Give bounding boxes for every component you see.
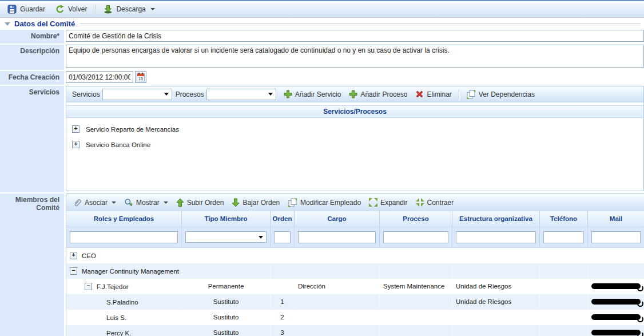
- col-estructura[interactable]: Estructura organizativa: [452, 211, 540, 227]
- servicios-label: Servicios: [0, 86, 64, 192]
- table-row[interactable]: Luis S.Sustituto2: [66, 310, 644, 325]
- cell-tipo-miembro: Sustituto: [182, 325, 271, 336]
- anadir-servicio-label: Añadir Servicio: [295, 90, 341, 98]
- cell-telefono: [540, 294, 588, 310]
- descarga-button[interactable]: Descarga: [98, 3, 160, 15]
- expand-node-icon[interactable]: +: [72, 141, 79, 148]
- filter-mail-input[interactable]: [591, 231, 641, 243]
- cell-proceso: [380, 263, 452, 279]
- collapse-node-icon[interactable]: −: [70, 267, 77, 275]
- cell-orden: [271, 248, 295, 263]
- servicios-toolbar: Servicios Procesos Añadir Servicio: [66, 86, 643, 102]
- filter-roles-input[interactable]: [70, 231, 178, 243]
- asociar-button[interactable]: Asociar: [69, 197, 120, 208]
- redacted-email: [591, 314, 641, 320]
- col-orden[interactable]: Orden: [271, 211, 295, 227]
- table-row[interactable]: Percy K.Sustituto3: [66, 325, 644, 336]
- section-divider: [79, 23, 641, 24]
- arrow-down-icon: [232, 198, 240, 207]
- mostrar-button[interactable]: Mostrar: [120, 197, 172, 208]
- chevron-down-icon: [112, 201, 116, 204]
- tree-item-label: Servicio Banca Online: [86, 141, 150, 148]
- filter-cargo-input[interactable]: [298, 231, 376, 243]
- miembros-row: Miembros del Comité Asociar Mostrar: [0, 193, 644, 336]
- bajar-orden-label: Bajar Orden: [243, 199, 280, 207]
- cell-estructura: [452, 325, 540, 336]
- anadir-servicio-button[interactable]: Añadir Servicio: [280, 89, 345, 100]
- tree-item[interactable]: +Servicio Reparto de Mercancias: [66, 121, 643, 137]
- cell-proceso: System Maintenance: [380, 279, 452, 294]
- select-arrow-icon: [259, 236, 263, 239]
- servicios-select[interactable]: [102, 89, 172, 100]
- cell-mail: [588, 294, 644, 310]
- toolbar-separator: [459, 89, 459, 99]
- subir-orden-button[interactable]: Subir Orden: [172, 197, 228, 208]
- eliminar-button[interactable]: Eliminar: [411, 89, 455, 100]
- subir-orden-label: Subir Orden: [187, 199, 224, 207]
- select-arrow-icon: [268, 93, 273, 96]
- member-name: Manager Continuity Management Sy: [82, 268, 182, 275]
- calendar-button[interactable]: 15: [135, 71, 146, 83]
- cell-orden: 1: [271, 294, 295, 310]
- cell-mail: [588, 279, 644, 294]
- col-cargo[interactable]: Cargo: [295, 211, 380, 227]
- collapse-arrow-icon[interactable]: [5, 22, 10, 26]
- miembros-panel: Asociar Mostrar Subir Orden: [66, 193, 644, 336]
- paperclip-icon: [73, 198, 82, 207]
- col-telefono[interactable]: Teléfono: [540, 211, 588, 227]
- cell-telefono: [540, 248, 588, 263]
- procesos-select[interactable]: [206, 89, 276, 100]
- filter-estructura-input[interactable]: [456, 231, 536, 243]
- chevron-down-icon: [150, 8, 155, 10]
- expandir-button[interactable]: Expandir: [365, 197, 411, 208]
- arrow-up-icon: [176, 198, 184, 207]
- cell-mail: [588, 325, 644, 336]
- bajar-orden-button[interactable]: Bajar Orden: [228, 197, 284, 208]
- filter-orden-input[interactable]: [274, 231, 291, 243]
- volver-label: Volver: [68, 5, 87, 13]
- servicios-tree: +Servicio Reparto de Mercancias+Servicio…: [66, 118, 643, 156]
- expand-arrows-icon: [369, 198, 377, 207]
- col-proceso[interactable]: Proceso: [380, 211, 452, 227]
- cell-cargo: [295, 248, 380, 263]
- modificar-empleado-label: Modificar Empleado: [300, 199, 361, 207]
- add-plus-icon: [284, 90, 292, 98]
- tree-item[interactable]: +Servicio Banca Online: [66, 137, 643, 152]
- cell-tipo-miembro: [182, 248, 271, 263]
- nombre-row: Nombre*: [0, 30, 644, 44]
- table-row[interactable]: −Manager Continuity Management Sy: [66, 263, 644, 279]
- col-roles-empleados[interactable]: Roles y Empleados: [66, 211, 182, 227]
- contraer-button[interactable]: Contraer: [412, 197, 458, 208]
- collapse-node-icon[interactable]: −: [85, 283, 92, 290]
- cell-estructura: Unidad de Riesgos: [452, 294, 540, 310]
- collapse-arrows-icon: [416, 198, 424, 207]
- cell-orden: [271, 279, 295, 294]
- filter-proceso-input[interactable]: [383, 231, 448, 243]
- anadir-proceso-button[interactable]: Añadir Proceso: [345, 89, 411, 100]
- table-row[interactable]: −F.J.TejedorPermanenteDirecciónSystem Ma…: [66, 279, 644, 294]
- cell-tipo-miembro: Sustituto: [182, 294, 271, 310]
- filter-telefono-input[interactable]: [543, 231, 584, 243]
- descripcion-textarea[interactable]: Equipo de personas encargas de valorar s…: [66, 45, 644, 68]
- col-tipo-miembro[interactable]: Tipo Miembro: [182, 211, 271, 227]
- expand-node-icon[interactable]: +: [72, 125, 79, 133]
- guardar-button[interactable]: Guardar: [2, 3, 50, 15]
- fecha-input[interactable]: [66, 71, 133, 83]
- cell-roles-empleados: Luis S.: [66, 310, 182, 325]
- table-row[interactable]: S.PaladinoSustituto1Unidad de Riesgos: [66, 294, 644, 310]
- table-row[interactable]: +CEO: [66, 248, 644, 263]
- member-name: CEO: [82, 252, 96, 259]
- ver-dependencias-button[interactable]: Ver Dependencias: [462, 89, 539, 100]
- filter-tipo-select[interactable]: [185, 231, 267, 243]
- expand-node-icon[interactable]: +: [70, 252, 77, 259]
- anadir-proceso-label: Añadir Proceso: [360, 90, 407, 98]
- modificar-empleado-button[interactable]: Modificar Empleado: [284, 197, 365, 208]
- search-plus-icon: [124, 198, 133, 207]
- eliminar-label: Eliminar: [427, 90, 451, 98]
- servicios-row: Servicios Servicios Procesos Añadir: [0, 86, 644, 192]
- cell-cargo: [295, 263, 380, 279]
- cell-roles-empleados: Percy K.: [66, 325, 182, 336]
- nombre-input[interactable]: [66, 30, 644, 42]
- volver-button[interactable]: Volver: [50, 3, 92, 15]
- col-mail[interactable]: Mail: [588, 211, 644, 227]
